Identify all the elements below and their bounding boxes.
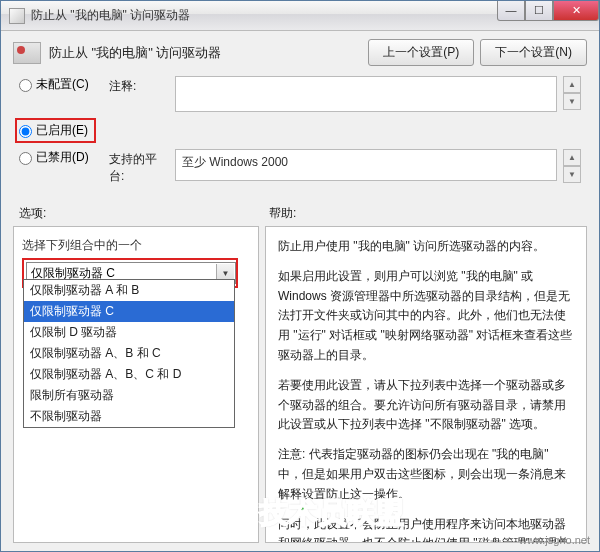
- help-section-label: 帮助:: [269, 205, 296, 222]
- radio-enabled-label: 已启用(E): [36, 122, 88, 139]
- watermark-url: www.jsgho.net: [519, 534, 590, 546]
- help-paragraph: 如果启用此设置，则用户可以浏览 "我的电脑" 或 Windows 资源管理器中所…: [278, 267, 574, 366]
- dialog-window: 防止从 "我的电脑" 访问驱动器 — ☐ ✕ 防止从 "我的电脑" 访问驱动器 …: [0, 0, 600, 552]
- scroll-down-button[interactable]: ▼: [563, 166, 581, 183]
- nav-buttons: 上一个设置(P) 下一个设置(N): [368, 39, 587, 66]
- radio-enabled[interactable]: 已启用(E): [19, 122, 88, 139]
- window-controls: — ☐ ✕: [497, 1, 599, 21]
- radio-not-configured[interactable]: 未配置(C): [19, 76, 109, 93]
- maximize-button[interactable]: ☐: [525, 1, 553, 21]
- scroll-down-button[interactable]: ▼: [563, 93, 581, 110]
- dropdown-item-selected[interactable]: 仅限制驱动器 C: [24, 301, 234, 322]
- comment-textarea[interactable]: [175, 76, 557, 112]
- help-paragraph: 防止用户使用 "我的电脑" 访问所选驱动器的内容。: [278, 237, 574, 257]
- prev-setting-button[interactable]: 上一个设置(P): [368, 39, 474, 66]
- radio-not-configured-label: 未配置(C): [36, 76, 89, 93]
- dropdown-item[interactable]: 仅限制驱动器 A、B、C 和 D: [24, 364, 234, 385]
- titlebar: 防止从 "我的电脑" 访问驱动器 — ☐ ✕: [1, 1, 599, 31]
- dropdown-item[interactable]: 仅限制驱动器 A 和 B: [24, 280, 234, 301]
- minimize-button[interactable]: —: [497, 1, 525, 21]
- radio-not-configured-input[interactable]: [19, 79, 32, 92]
- policy-icon: [13, 42, 41, 64]
- drive-dropdown: 仅限制驱动器 A 和 B 仅限制驱动器 C 仅限制 D 驱动器 仅限制驱动器 A…: [23, 279, 235, 428]
- scroll-up-button[interactable]: ▲: [563, 149, 581, 166]
- page-title: 防止从 "我的电脑" 访问驱动器: [49, 44, 360, 62]
- platform-value: 至少 Windows 2000: [175, 149, 557, 181]
- dropdown-item[interactable]: 仅限制驱动器 A、B 和 C: [24, 343, 234, 364]
- radio-enabled-input[interactable]: [19, 125, 32, 138]
- state-section: 未配置(C) 注释: ▲ ▼ 已启用(E) 已禁用: [1, 72, 599, 191]
- app-icon: [9, 8, 25, 24]
- comment-scroll: ▲ ▼: [563, 76, 581, 110]
- combo-caption: 选择下列组合中的一个: [22, 237, 250, 254]
- dropdown-item[interactable]: 不限制驱动器: [24, 406, 234, 427]
- comment-label: 注释:: [109, 76, 169, 95]
- options-section-label: 选项:: [19, 205, 269, 222]
- options-panel: 选择下列组合中的一个 仅限制驱动器 C ▼ 仅限制驱动器 A 和 B 仅限制驱动…: [13, 226, 259, 543]
- watermark-brand: 技术员联盟: [260, 494, 405, 532]
- window-title: 防止从 "我的电脑" 访问驱动器: [31, 7, 497, 24]
- radio-disabled-label: 已禁用(D): [36, 149, 89, 166]
- help-paragraph: 若要使用此设置，请从下拉列表中选择一个驱动器或多个驱动器的组合。要允许访问所有驱…: [278, 376, 574, 435]
- radio-disabled-input[interactable]: [19, 152, 32, 165]
- platform-scroll: ▲ ▼: [563, 149, 581, 183]
- next-setting-button[interactable]: 下一个设置(N): [480, 39, 587, 66]
- radio-enabled-highlight: 已启用(E): [15, 118, 96, 143]
- dropdown-item[interactable]: 仅限制 D 驱动器: [24, 322, 234, 343]
- radio-disabled[interactable]: 已禁用(D): [19, 149, 109, 166]
- close-button[interactable]: ✕: [553, 1, 599, 21]
- section-labels: 选项: 帮助:: [1, 191, 599, 226]
- dropdown-item[interactable]: 限制所有驱动器: [24, 385, 234, 406]
- header-row: 防止从 "我的电脑" 访问驱动器 上一个设置(P) 下一个设置(N): [1, 31, 599, 72]
- scroll-up-button[interactable]: ▲: [563, 76, 581, 93]
- platform-label: 支持的平台:: [109, 149, 169, 185]
